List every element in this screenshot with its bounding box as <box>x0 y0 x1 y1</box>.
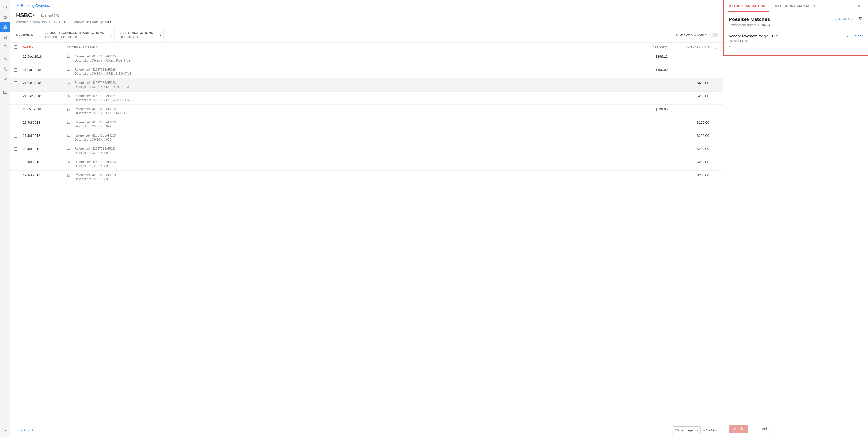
row-checkbox[interactable] <box>14 108 17 111</box>
row-reference: Reference#: 42537238AFD26 <box>74 68 132 71</box>
row-checkbox[interactable] <box>14 134 17 138</box>
sidebar-item-documents[interactable] <box>0 88 10 97</box>
sidebar-item-timer[interactable] <box>0 55 10 64</box>
total-count-link[interactable]: Total Count <box>16 428 33 432</box>
list-footer: Total Count 25 per page ▾ ◂ 1 - 19 ▸ <box>10 423 723 437</box>
svg-point-6 <box>713 46 715 48</box>
svg-point-14 <box>67 150 68 150</box>
close-icon <box>858 4 861 8</box>
row-reference: Reference#: 42537238AFD23 <box>74 81 130 85</box>
separator: | <box>37 14 38 18</box>
row-deposit: $199.00 <box>626 68 668 72</box>
row-checkbox[interactable] <box>14 121 17 124</box>
transaction-row[interactable]: 21 Jul 2018 Reference#: 42537238AFD23 De… <box>10 118 723 131</box>
row-date: 21 Oct 2018 <box>23 94 67 98</box>
tab-match-transactions[interactable]: MATCH TRANSACTIONS <box>728 0 769 12</box>
sidebar-item-reports[interactable] <box>0 74 10 84</box>
transaction-row[interactable]: 20 Dec 2018 Reference#: 42537238AFD25 De… <box>10 52 723 65</box>
select-all-matches-button[interactable]: SELECT ALL <box>835 17 854 21</box>
page-header: Banking Overview HSBC ▾ | xxxx6789 Amoun… <box>10 0 723 27</box>
search-icon[interactable] <box>712 45 716 49</box>
row-withdrawal: $200.00 <box>668 160 709 164</box>
row-date: 21 Jul 2018 <box>23 121 67 124</box>
transaction-row[interactable]: 21 Jul 2018 Reference#: 42537238AFD23 De… <box>10 131 723 144</box>
row-reference: Reference#: 42537238AFD25 <box>74 55 130 58</box>
sidebar-item-items[interactable] <box>0 12 10 22</box>
match-item: Vendor Payment for $499.12 Dated 21 Dec … <box>729 30 863 51</box>
uncategorized-subtitle: From Bank Statements <box>45 35 104 39</box>
tab-uncategorized[interactable]: 19 UNCATEGORIZED TRANSACTIONS From Bank … <box>39 27 115 42</box>
sidebar-item-banking[interactable] <box>0 22 10 32</box>
transaction-table-body: 20 Dec 2018 Reference#: 42537238AFD25 De… <box>10 52 723 423</box>
sidebar-item-accountant[interactable] <box>0 65 10 74</box>
row-checkbox[interactable] <box>14 174 17 177</box>
account-name-label: HSBC <box>16 12 32 19</box>
sidebar-expand-button[interactable] <box>0 426 10 435</box>
page-range-label: 1 - 19 <box>706 428 715 432</box>
possible-matches-title: Possible Matches <box>729 16 770 22</box>
cancel-button[interactable]: Cancel <box>751 425 772 433</box>
svg-point-7 <box>67 58 68 58</box>
arrow-left-icon <box>16 4 20 7</box>
transaction-table-header: DATE ▾ STATEMENT DETAILS DEPOSITS WITHDR… <box>10 43 723 52</box>
row-checkbox[interactable] <box>14 55 17 59</box>
transaction-row[interactable]: 20 Oct 2018 Reference#: 42537238AFD25 De… <box>10 105 723 118</box>
svg-point-11 <box>67 110 68 111</box>
row-date: 20 Jul 2018 <box>23 147 67 151</box>
row-reference: Reference#: 42537238AFD23 <box>74 134 116 137</box>
tab-overview[interactable]: OVERVIEW <box>10 27 39 42</box>
sidebar-item-purchases[interactable] <box>0 42 10 51</box>
prev-page-button[interactable]: ◂ <box>703 428 705 432</box>
row-reference: Reference#: 42537238AFD24 <box>74 94 131 98</box>
row-date: 19 Jul 2018 <box>23 160 67 164</box>
transaction-row[interactable]: 21 Oct 2018 Reference#: 42537238AFD24 De… <box>10 92 723 105</box>
main-content: Banking Overview HSBC ▾ | xxxx6789 Amoun… <box>10 0 723 437</box>
row-checkbox[interactable] <box>14 161 17 164</box>
account-name-dropdown[interactable]: HSBC ▾ <box>16 12 35 19</box>
tab-match-label: MATCH TRANSACTIONS <box>729 4 768 8</box>
svg-point-12 <box>67 123 68 124</box>
row-reference: Reference#: 42537238AFD23 <box>74 173 116 177</box>
multi-select-match-toggle[interactable] <box>709 33 718 37</box>
transaction-row[interactable]: 21 Oct 2018 Reference#: 42537238AFD23 De… <box>10 78 723 92</box>
tab-categorize-manually[interactable]: CATEGORIZE MANUALLY <box>774 0 816 12</box>
transaction-row[interactable]: 19 Jul 2018 Reference#: 42537238AFD23 De… <box>10 158 723 171</box>
match-button[interactable]: Match <box>728 425 748 433</box>
row-checkbox[interactable] <box>14 81 17 85</box>
amount-bank-value: $5,500.00 <box>100 20 116 24</box>
tab-all-transactions[interactable]: ALL TRANSACTIONS In Zoho Books ▾ <box>115 27 164 42</box>
rss-icon <box>67 95 70 98</box>
svg-point-5 <box>41 16 42 16</box>
back-to-banking-link[interactable]: Banking Overview <box>16 4 51 8</box>
sidebar-item-sales[interactable] <box>0 32 10 41</box>
row-checkbox[interactable] <box>14 68 17 72</box>
transaction-row[interactable]: 19 Jul 2018 Reference#: 42537238AFD23 De… <box>10 171 723 184</box>
row-reference: Reference#: 42537238AFD23 <box>74 160 116 164</box>
row-checkbox[interactable] <box>14 147 17 151</box>
rss-icon <box>41 14 44 17</box>
close-panel-button[interactable] <box>855 2 864 10</box>
next-page-button[interactable]: ▸ <box>716 428 717 432</box>
row-checkbox[interactable] <box>14 95 17 98</box>
transaction-row[interactable]: 20 Jul 2018 Reference#: 42537238AFD23 De… <box>10 144 723 158</box>
row-description: Description: CHECK # DEB # POSITIVE <box>74 85 130 89</box>
select-match-label: Select <box>852 34 863 38</box>
account-feed-info: xxxx6789 <box>41 14 59 18</box>
rss-icon <box>67 161 70 164</box>
sidebar-item-dashboard[interactable] <box>0 3 10 12</box>
svg-point-2 <box>6 38 6 38</box>
filter-icon[interactable] <box>858 16 863 21</box>
row-description: Description: CHECK # CRE # NEGATIVE <box>74 72 132 75</box>
transaction-row[interactable]: 21 Oct 2018 Reference#: 42537238AFD26 De… <box>10 65 723 78</box>
column-date-sort[interactable]: DATE ▾ <box>23 45 67 49</box>
row-description: Description: CHECK # 999 <box>74 177 116 181</box>
select-all-checkbox[interactable] <box>14 45 17 48</box>
multi-select-match-label: Multi-Select & Match <box>676 33 707 37</box>
select-match-button[interactable]: Select <box>846 34 863 38</box>
caret-down-icon: ▾ <box>111 34 112 36</box>
rss-icon <box>67 55 70 59</box>
per-page-label: 25 per page <box>675 428 693 432</box>
svg-point-10 <box>67 97 68 98</box>
per-page-select[interactable]: 25 per page ▾ <box>672 427 700 434</box>
row-description: Description: CHECK # CRE # POSITIVE <box>74 59 130 62</box>
